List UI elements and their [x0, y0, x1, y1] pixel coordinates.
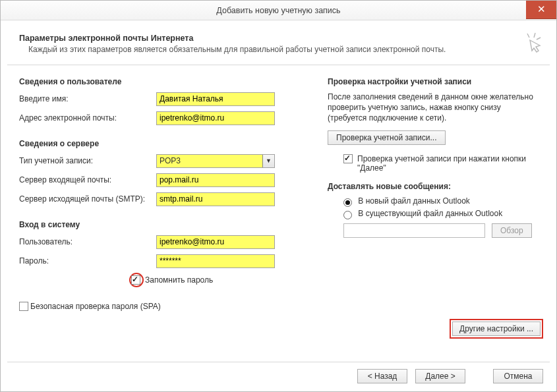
input-outgoing-server[interactable] — [156, 192, 275, 206]
label-spa: Безопасная проверка пароля (SPA) — [30, 302, 161, 311]
radio-new-file[interactable] — [343, 198, 352, 207]
input-password[interactable] — [156, 254, 275, 268]
dialog-body: Сведения о пользователе Введите имя: Адр… — [1, 65, 556, 318]
label-password: Пароль: — [19, 256, 156, 266]
next-button[interactable]: Далее > — [415, 369, 465, 383]
test-account-button[interactable]: Проверка учетной записи... — [328, 130, 446, 145]
label-email: Адрес электронной почты: — [19, 113, 156, 123]
checkbox-remember-password[interactable] — [131, 275, 140, 285]
label-name: Введите имя: — [19, 94, 156, 103]
highlight-circle-icon — [129, 273, 144, 287]
select-acct-type[interactable]: POP3 — [156, 154, 275, 168]
label-test-on-next: Проверка учетной записи при нажатии кноп… — [357, 154, 529, 173]
column-right: Проверка настройки учетной записи После … — [316, 77, 541, 311]
column-left: Сведения о пользователе Введите имя: Адр… — [19, 77, 316, 311]
select-acct-type-value: POP3 — [160, 156, 181, 165]
cursor-click-icon — [521, 31, 544, 57]
header-subtitle: Каждый из этих параметров является обяза… — [28, 45, 538, 54]
cancel-button[interactable]: Отмена — [493, 369, 543, 383]
section-login: Вход в систему — [19, 220, 316, 229]
text-test-account: После заполнения сведений в данном окне … — [328, 92, 541, 124]
checkbox-test-on-next[interactable] — [343, 154, 353, 163]
browse-button: Обзор — [492, 223, 532, 238]
input-name[interactable] — [156, 92, 275, 106]
radio-existing-file[interactable] — [343, 211, 352, 219]
section-deliver: Доставлять новые сообщения: — [328, 182, 541, 191]
input-user[interactable] — [156, 235, 275, 249]
header-title: Параметры электронной почты Интернета — [19, 34, 538, 43]
label-remember-password: Запомнить пароль — [145, 275, 213, 285]
label-radio-new-file: В новый файл данных Outlook — [358, 196, 470, 206]
titlebar: Добавить новую учетную запись — [1, 1, 556, 20]
dialog-window: Добавить новую учетную запись Параметры … — [0, 0, 557, 392]
input-incoming-server[interactable] — [156, 173, 275, 187]
chevron-down-icon — [262, 155, 274, 167]
checkbox-spa[interactable] — [19, 302, 28, 311]
dialog-header: Параметры электронной почты Интернета Ка… — [7, 27, 550, 65]
close-icon[interactable] — [526, 1, 556, 19]
label-user: Пользователь: — [19, 237, 156, 246]
section-server-info: Сведения о сервере — [19, 139, 316, 148]
section-test-account: Проверка настройки учетной записи — [328, 77, 541, 86]
window-title: Добавить новую учетную запись — [1, 1, 556, 20]
back-button[interactable]: < Назад — [357, 369, 407, 383]
label-incoming-server: Сервер входящей почты: — [19, 175, 156, 184]
label-acct-type: Тип учетной записи: — [19, 156, 156, 165]
input-existing-path[interactable] — [343, 223, 485, 238]
section-user-info: Сведения о пользователе — [19, 77, 316, 86]
label-outgoing-server: Сервер исходящей почты (SMTP): — [19, 194, 156, 204]
other-settings-button[interactable]: Другие настройки ... — [452, 322, 541, 336]
highlight-rect-icon: Другие настройки ... — [450, 319, 543, 339]
label-radio-existing-file: В существующий файл данных Outlook — [358, 209, 502, 218]
dialog-footer: < Назад Далее > Отмена — [7, 362, 550, 383]
input-email[interactable] — [156, 111, 275, 125]
